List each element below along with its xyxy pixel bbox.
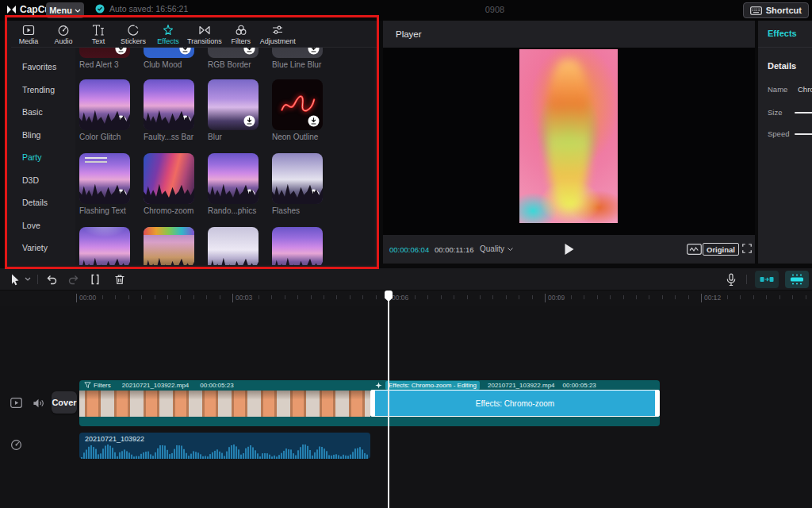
name-field-value: Chromo-zoom (798, 85, 812, 94)
effect-item-chromo-zoom[interactable]: Chromo-zoom (144, 153, 194, 215)
effect-thumbnail (144, 48, 194, 58)
effect-item-flashes[interactable]: Flashes (272, 153, 323, 215)
split-button[interactable] (89, 273, 102, 286)
effect-thumbnail (272, 227, 323, 265)
microphone-icon (725, 273, 737, 287)
divider (37, 275, 38, 284)
ruler-label: 00:00 (76, 294, 96, 302)
clip1-footer (79, 417, 370, 426)
top-bar: CapCut Menu Auto saved: 16:56:21 0908 Sh… (0, 0, 812, 21)
download-icon (115, 48, 127, 55)
category-list: FavoritesTrendingBasicBlingPartyD3DDetai… (6, 48, 75, 267)
timeline-ruler[interactable]: 00:0000:0300:0600:0900:12 (0, 291, 812, 306)
preview-axis-button[interactable] (785, 271, 809, 288)
tab-effects[interactable]: Effects (151, 21, 186, 47)
clip1-filename: 20210721_103922.mp4 (122, 382, 190, 389)
redo-button[interactable] (67, 273, 80, 286)
effect-clip-left-handle[interactable] (370, 390, 375, 417)
audio-clip[interactable]: 20210721_103922 (79, 433, 370, 459)
clip2-filename: 20210721_103922.mp4 (488, 382, 555, 389)
capcut-logo-icon (6, 5, 17, 14)
quality-dropdown[interactable]: Quality (480, 244, 513, 253)
preview-wave-button[interactable] (687, 244, 702, 255)
category-basic[interactable]: Basic (6, 101, 75, 124)
effects-badge-icon (375, 382, 382, 389)
effect-item-color-glitch[interactable]: Color Glitch (79, 79, 130, 141)
category-trending[interactable]: Trending (6, 79, 75, 102)
fullscreen-button[interactable] (741, 243, 753, 254)
tab-adjustment[interactable]: Adjustment (259, 21, 297, 47)
media-panel: MediaAudioTextStickersEffectsTransitions… (6, 21, 377, 267)
effect-item-flashing-text[interactable]: Flashing Text (79, 153, 130, 215)
effect-item-rando-phics[interactable]: Rando...phics (208, 153, 259, 215)
mute-track-button[interactable] (33, 398, 44, 409)
ratio-original-button[interactable]: Original (703, 243, 739, 256)
delete-button[interactable] (113, 273, 126, 286)
category-bling[interactable]: Bling (6, 124, 75, 147)
shortcut-button[interactable]: Shortcut (743, 2, 809, 18)
effect-item-blur[interactable]: Blur (208, 79, 259, 141)
effect-clip-right-handle[interactable] (655, 390, 660, 417)
tab-audio[interactable]: Audio (46, 21, 81, 47)
video-clip-2[interactable]: Effects: Chromo-zoom - Editing 20210721_… (370, 380, 660, 426)
audio-clip-label: 20210721_103922 (85, 435, 144, 443)
tab-transitions[interactable]: Transitions (186, 21, 224, 47)
redo-icon (67, 273, 80, 286)
download-icon (243, 189, 255, 201)
effect-item-faulty-ss-bar[interactable]: Faulty...ss Bar (144, 79, 194, 141)
category-details[interactable]: Details (6, 191, 75, 214)
category-d3d[interactable]: D3D (6, 169, 75, 192)
effect-item-unlabeled-15[interactable] (272, 227, 323, 265)
current-time: 00:00:06:04 (389, 245, 429, 254)
speed-slider[interactable] (795, 133, 812, 135)
play-button[interactable] (564, 243, 575, 256)
effect-item-blue-line-blur[interactable]: Blue Line Blur (272, 48, 323, 69)
divider (746, 275, 747, 284)
undo-button[interactable] (45, 273, 58, 286)
main-track-icon[interactable] (10, 398, 22, 408)
menu-button[interactable]: Menu (46, 2, 84, 18)
magnetic-link-button[interactable] (755, 271, 779, 288)
split-icon (89, 273, 102, 286)
inspector-tab-effects[interactable]: Effects (768, 29, 797, 38)
category-variety[interactable]: Variety (6, 237, 75, 260)
cover-button[interactable]: Cover (52, 391, 77, 414)
category-favorites[interactable]: Favorites (6, 56, 75, 79)
audio-waveform (81, 443, 369, 459)
select-tool-button[interactable] (10, 273, 21, 286)
category-love[interactable]: Love (6, 214, 75, 237)
effect-label: Color Glitch (79, 133, 130, 141)
clip2-effects-badge: Effects: Chromo-zoom - Editing (375, 381, 480, 390)
audio-disc-icon (10, 439, 22, 451)
effect-item-red-alert-3[interactable]: Red Alert 3 (79, 48, 130, 69)
keyboard-icon (750, 6, 762, 15)
video-clip-1[interactable]: Filters 20210721_103922.mp4 00:00:05:23 (79, 380, 370, 426)
ruler-label: 00:12 (701, 294, 721, 302)
category-party[interactable]: Party (6, 146, 75, 169)
filters-badge-icon (84, 382, 91, 389)
tab-media[interactable]: Media (11, 21, 46, 47)
size-field-label: Size (768, 108, 782, 117)
effect-item-rgb-border[interactable]: RGB Border (208, 48, 259, 69)
tab-stickers[interactable]: Stickers (116, 21, 151, 47)
filters-icon (235, 24, 247, 37)
tab-text[interactable]: Text (81, 21, 116, 47)
audio-track-icon[interactable] (10, 439, 22, 451)
clip1-duration: 00:00:05:23 (200, 382, 233, 389)
effect-thumbnail (272, 48, 323, 58)
tab-filters[interactable]: Filters (224, 21, 259, 47)
effect-item-neon-outline[interactable]: Neon Outline (272, 79, 323, 141)
video-preview[interactable] (519, 49, 618, 223)
effect-item-unlabeled-13[interactable] (144, 227, 194, 265)
effect-item-unlabeled-12[interactable] (79, 227, 130, 265)
effect-clip-chromo-zoom[interactable]: Effects: Chromo-zoom (370, 390, 660, 417)
effect-item-unlabeled-14[interactable] (208, 227, 259, 265)
effect-thumbnail (208, 227, 259, 265)
select-tool-chevron[interactable] (25, 277, 31, 281)
effect-thumbnail (208, 79, 259, 130)
size-slider[interactable] (795, 112, 812, 114)
effect-label: RGB Border (208, 60, 259, 69)
effects-grid: Red Alert 3Club MoodRGB BorderBlue Line … (75, 48, 374, 265)
record-voiceover-button[interactable] (725, 273, 737, 287)
effect-item-club-mood[interactable]: Club Mood (144, 48, 194, 69)
